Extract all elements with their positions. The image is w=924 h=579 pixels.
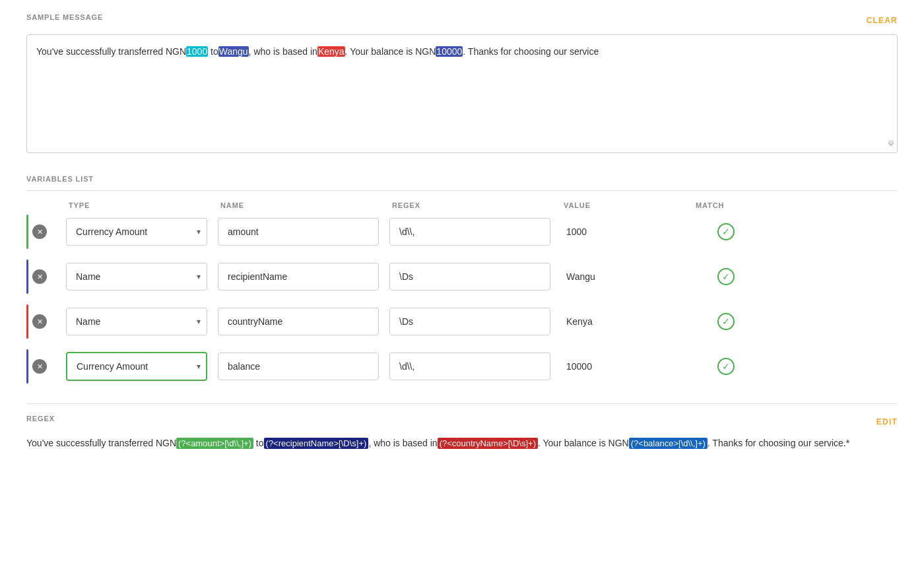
color-bar-blue-2: [26, 349, 28, 384]
name-input-2[interactable]: [218, 263, 379, 290]
type-select-1[interactable]: Currency Amount Name Date Phone Number E…: [66, 218, 207, 246]
type-wrapper-4: Currency Amount Name Date Phone Number E…: [66, 352, 207, 381]
regex-country-part: (?<countryName>[\D\s]+): [438, 438, 538, 449]
regex-wrapper-1: [389, 218, 550, 246]
table-row: Currency Amount Name Date Phone Number E…: [26, 259, 898, 294]
col-value: VALUE: [561, 201, 693, 209]
name-wrapper-1: [218, 218, 379, 246]
resize-handle: ⟱: [888, 137, 894, 150]
regex-wrapper-2: [389, 263, 550, 290]
regex-input-4[interactable]: [389, 353, 550, 380]
type-select-4[interactable]: Currency Amount Name Date Phone Number E…: [66, 352, 207, 381]
regex-input-3[interactable]: [389, 308, 550, 335]
regex-content: You've successfully transferred NGN(?<am…: [26, 436, 898, 452]
message-suffix2: . Thanks for choosing our service: [463, 46, 599, 57]
variables-section: VARIABLES LIST TYPE NAME REGEX VALUE MAT…: [26, 173, 898, 384]
table-row: Currency Amount Name Date Phone Number E…: [26, 215, 898, 249]
color-bar-blue: [26, 259, 28, 294]
value-cell-3: Kenya: [561, 316, 693, 327]
regex-amount-part: (?<amount>[\d\\,]+): [176, 438, 253, 449]
match-icon-3: ✓: [717, 313, 735, 330]
name-input-3[interactable]: [218, 308, 379, 335]
type-wrapper-3: Currency Amount Name Date Phone Number E…: [66, 308, 207, 335]
country-highlight: Kenya: [317, 46, 345, 57]
col-empty: [26, 201, 66, 209]
edit-button[interactable]: EDIT: [876, 417, 898, 426]
match-icon-1: ✓: [717, 223, 735, 240]
regex-wrapper-3: [389, 308, 550, 335]
row-indicator-4: [26, 349, 66, 384]
match-cell-4: ✓: [693, 358, 759, 375]
regex-balance-part: (?<balance>[\d\\,]+): [629, 438, 708, 449]
regex-middle1: to: [253, 438, 264, 448]
type-wrapper-1: Currency Amount Name Date Phone Number E…: [66, 218, 207, 246]
regex-suffix2: . Thanks for choosing our service.*: [708, 438, 849, 448]
remove-button-3[interactable]: [32, 314, 47, 329]
match-icon-4: ✓: [717, 358, 735, 375]
regex-middle2: , who is based in: [368, 438, 437, 448]
regex-prefix: You've successfully transferred NGN: [26, 438, 176, 448]
col-type: TYPE: [66, 201, 218, 209]
message-prefix: You've successfully transferred NGN: [36, 46, 186, 57]
name-wrapper-2: [218, 263, 379, 290]
type-select-3[interactable]: Currency Amount Name Date Phone Number E…: [66, 308, 207, 335]
variables-list-label: VARIABLES LIST: [26, 175, 94, 183]
regex-wrapper-4: [389, 353, 550, 380]
name-wrapper-4: [218, 353, 379, 380]
regex-recipient-part: (?<recipientName>[\D\s]+): [264, 438, 369, 449]
name-input-1[interactable]: [218, 218, 379, 246]
regex-label: REGEX: [26, 415, 55, 423]
message-suffix1: . Your balance is NGN: [345, 46, 436, 57]
regex-section: REGEX EDIT You've successfully transferr…: [26, 403, 898, 452]
message-middle1: to: [208, 46, 218, 57]
regex-suffix1: . Your balance is NGN: [538, 438, 629, 448]
match-cell-1: ✓: [693, 223, 759, 240]
color-bar-red: [26, 304, 28, 339]
row-indicator-1: [26, 215, 66, 249]
match-cell-3: ✓: [693, 313, 759, 330]
row-indicator-2: [26, 259, 66, 294]
remove-button-2[interactable]: [32, 269, 47, 284]
value-cell-1: 1000: [561, 226, 693, 237]
clear-button[interactable]: CLEAR: [867, 16, 898, 25]
table-row: Currency Amount Name Date Phone Number E…: [26, 304, 898, 339]
recipient-highlight: Wangu: [218, 46, 249, 57]
color-bar-green: [26, 215, 28, 249]
value-cell-2: Wangu: [561, 271, 693, 282]
regex-header: REGEX EDIT: [26, 415, 898, 429]
table-header: TYPE NAME REGEX VALUE MATCH: [26, 201, 898, 215]
sample-message-label: SAMPLE MESSAGE: [26, 13, 103, 21]
table-row: Currency Amount Name Date Phone Number E…: [26, 349, 898, 384]
value-cell-4: 10000: [561, 361, 693, 372]
col-match: MATCH: [693, 201, 759, 209]
type-select-2[interactable]: Currency Amount Name Date Phone Number E…: [66, 263, 207, 290]
variables-divider: [26, 190, 898, 191]
message-middle2: , who is based in: [249, 46, 317, 57]
sample-message-box[interactable]: You've successfully transferred NGN1000 …: [26, 34, 898, 153]
remove-button-1[interactable]: [32, 224, 47, 239]
type-wrapper-2: Currency Amount Name Date Phone Number E…: [66, 263, 207, 290]
name-input-4[interactable]: [218, 353, 379, 380]
remove-button-4[interactable]: [32, 359, 47, 374]
match-cell-2: ✓: [693, 268, 759, 285]
col-regex: REGEX: [389, 201, 561, 209]
regex-input-1[interactable]: [389, 218, 550, 246]
regex-input-2[interactable]: [389, 263, 550, 290]
balance-highlight: 10000: [436, 46, 463, 57]
row-indicator-3: [26, 304, 66, 339]
amount-highlight: 1000: [186, 46, 208, 57]
name-wrapper-3: [218, 308, 379, 335]
match-icon-2: ✓: [717, 268, 735, 285]
col-name: NAME: [218, 201, 389, 209]
